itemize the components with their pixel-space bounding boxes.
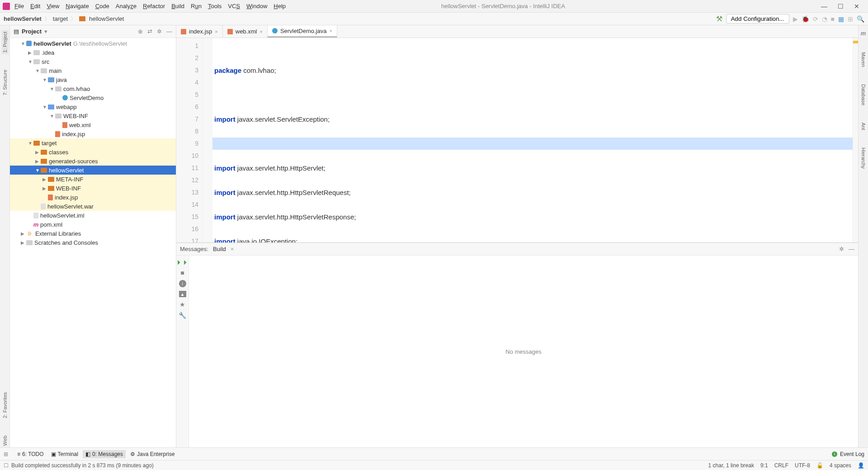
tree-arrow-icon[interactable]: ▶ <box>21 240 26 245</box>
editor-tab-web-xml[interactable]: web.xml× <box>223 25 268 38</box>
tree-arrow-icon[interactable]: ▶ <box>35 159 41 164</box>
tree-arrow-icon[interactable]: ▼ <box>42 104 48 109</box>
tree-item-generated-sources[interactable]: ▶generated-sources <box>10 157 176 166</box>
debug-icon[interactable]: 🐞 <box>802 15 809 23</box>
status-icon[interactable]: ☐ <box>4 462 9 469</box>
tab-hierarchy[interactable]: Hierarchy <box>860 146 867 171</box>
stop-icon[interactable]: ■ <box>831 15 835 23</box>
close-tab-icon[interactable]: × <box>231 246 234 252</box>
run-icon[interactable]: ▶ <box>793 15 798 23</box>
minimize-button[interactable]: — <box>820 3 828 10</box>
dropdown-icon[interactable]: ▾ <box>44 28 47 35</box>
tree-arrow-icon[interactable]: ▶ <box>42 177 48 182</box>
tab-project[interactable]: 1: Project <box>1 30 9 54</box>
menu-analyze[interactable]: Analyze <box>116 3 137 9</box>
tree-arrow-icon[interactable]: ▼ <box>28 59 33 64</box>
tree-item-Scratches-and-Consoles[interactable]: ▶Scratches and Consoles <box>10 238 176 247</box>
tree-arrow-icon[interactable]: ▼ <box>42 77 48 82</box>
menu-edit[interactable]: Edit <box>30 3 40 9</box>
tab-maven[interactable]: Maven <box>860 50 867 69</box>
close-tab-icon[interactable]: × <box>329 28 332 33</box>
tab-ant[interactable]: Ant <box>860 121 867 132</box>
tree-item-src[interactable]: ▼src <box>10 57 176 66</box>
tree-arrow-icon[interactable]: ▼ <box>50 114 55 119</box>
editor-tab-ServletDemo-java[interactable]: ServletDemo.java× <box>268 25 337 38</box>
editor-tab-index-jsp[interactable]: index.jsp× <box>176 25 223 38</box>
expand-icon[interactable]: ⇄ <box>147 28 152 35</box>
tree-item-web-xml[interactable]: web.xml <box>10 120 176 129</box>
tree-arrow-icon[interactable]: ▶ <box>42 186 48 191</box>
bottom-tab----Messages[interactable]: ◧ 0: Messages <box>83 450 126 458</box>
tree-item-External-Libraries[interactable]: ▶⊪External Libraries <box>10 229 176 238</box>
rerun-icon[interactable]: ⏵⏵ <box>176 258 189 266</box>
info-icon[interactable]: i <box>179 280 186 287</box>
tree-arrow-icon[interactable]: ▼ <box>28 141 33 146</box>
tree-item-index-jsp[interactable]: index.jsp <box>10 129 176 138</box>
tab-favorites[interactable]: 2: Favorites <box>1 390 9 420</box>
tool-windows-icon[interactable]: ⊞ <box>4 451 8 457</box>
menu-view[interactable]: View <box>47 3 59 9</box>
tab-database[interactable]: Database <box>860 82 867 107</box>
coverage-icon[interactable]: ⟳ <box>813 15 818 23</box>
tree-arrow-icon[interactable]: ▼ <box>35 168 41 173</box>
menu-file[interactable]: File <box>14 3 24 9</box>
tree-arrow-icon[interactable]: ▶ <box>28 50 33 55</box>
maximize-button[interactable]: ☐ <box>836 3 844 10</box>
tree-arrow-icon[interactable]: ▶ <box>21 231 26 236</box>
hide-panel-icon[interactable]: — <box>849 246 854 252</box>
tree-item-hellowServlet-war[interactable]: hellowServlet.war <box>10 202 176 211</box>
search-icon[interactable]: 🔍 <box>857 15 864 23</box>
vcs-icon[interactable]: ▦ <box>838 15 844 23</box>
menu-build[interactable]: Build <box>171 3 184 9</box>
tree-item-pom-xml[interactable]: mpom.xml <box>10 220 176 229</box>
tab-web[interactable]: Web <box>1 434 9 447</box>
stop-icon[interactable]: ■ <box>180 269 184 276</box>
breadcrumb-root[interactable]: hellowServlet <box>4 15 42 22</box>
close-button[interactable]: ✕ <box>853 3 861 10</box>
code-content[interactable]: package com.lvhao; import javax.servlet.… <box>212 38 853 242</box>
tree-item--idea[interactable]: ▶.idea <box>10 48 176 57</box>
menu-code[interactable]: Code <box>95 3 109 9</box>
tree-item-com-lvhao[interactable]: ▼com.lvhao <box>10 84 176 93</box>
settings-icon[interactable]: ✲ <box>157 28 162 35</box>
close-tab-icon[interactable]: × <box>215 29 217 34</box>
wrench-icon[interactable]: 🔧 <box>179 312 186 319</box>
hector-icon[interactable]: 👤 <box>858 462 864 469</box>
tree-arrow-icon[interactable]: ▼ <box>35 68 41 73</box>
tree-item-target[interactable]: ▼target <box>10 138 176 147</box>
favorite-icon[interactable]: ★ <box>179 301 185 308</box>
tree-item-webapp[interactable]: ▼webapp <box>10 102 176 111</box>
tree-item-main[interactable]: ▼main <box>10 66 176 75</box>
menu-navigate[interactable]: Navigate <box>66 3 89 9</box>
breadcrumb-item[interactable]: hellowServlet <box>89 15 124 22</box>
error-stripe[interactable] <box>853 38 858 242</box>
add-configuration-button[interactable]: Add Configuration... <box>726 14 789 24</box>
project-tree[interactable]: ▼hellowServletG:\test\hellowServlet▶.ide… <box>10 38 176 447</box>
structure-icon[interactable]: ⊞ <box>848 15 853 23</box>
tree-item-classes[interactable]: ▶classes <box>10 147 176 157</box>
bottom-tab----TODO[interactable]: ≡ 6: TODO <box>14 450 47 458</box>
tree-item-hellowServlet[interactable]: ▼hellowServletG:\test\hellowServlet <box>10 39 176 48</box>
tree-item-java[interactable]: ▼java <box>10 75 176 84</box>
messages-tab-build[interactable]: Build <box>213 246 226 252</box>
bottom-tab-Terminal[interactable]: ▣ Terminal <box>48 450 81 458</box>
menu-refactor[interactable]: Refactor <box>143 3 165 9</box>
tree-item-index-jsp[interactable]: index.jsp <box>10 193 176 202</box>
bottom-tab-Java-Enterprise[interactable]: ⚙ Java Enterprise <box>127 450 177 458</box>
status-indent[interactable]: 4 spaces <box>830 462 851 469</box>
tree-item-ServletDemo[interactable]: ServletDemo <box>10 93 176 102</box>
profile-icon[interactable]: ◔ <box>822 15 827 23</box>
build-icon[interactable]: ⚒ <box>716 14 722 23</box>
tree-item-WEB-INF[interactable]: ▼WEB-INF <box>10 111 176 120</box>
locate-icon[interactable]: ⊕ <box>138 28 143 35</box>
status-eol[interactable]: CRLF <box>774 462 788 469</box>
warning-mark[interactable] <box>853 41 858 43</box>
tree-item-WEB-INF[interactable]: ▶WEB-INF <box>10 184 176 193</box>
tree-arrow-icon[interactable]: ▼ <box>50 86 55 91</box>
maven-icon[interactable]: m <box>861 30 866 37</box>
warning-icon[interactable]: ▲ <box>179 291 186 297</box>
status-encoding[interactable]: UTF-8 <box>795 462 810 469</box>
lock-icon[interactable]: 🔓 <box>816 462 823 469</box>
tree-arrow-icon[interactable]: ▼ <box>21 41 26 46</box>
tree-item-META-INF[interactable]: ▶META-INF <box>10 175 176 184</box>
